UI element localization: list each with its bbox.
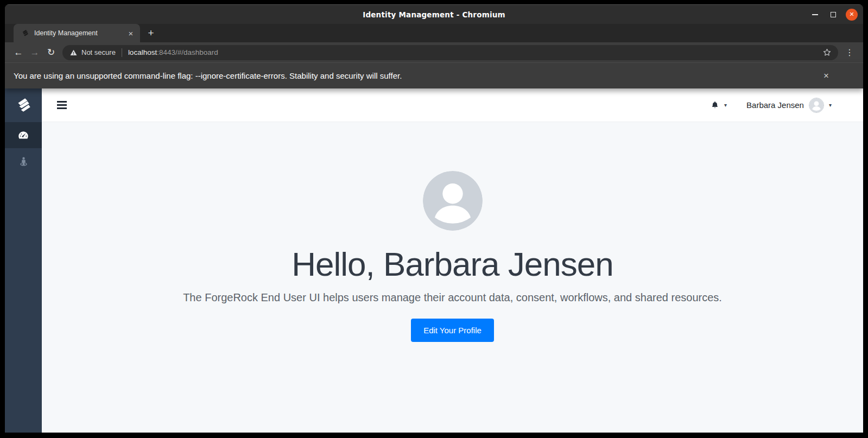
app-navbar: ▾ Barbara Jensen ▾ [42, 88, 863, 122]
avatar-large-icon [423, 171, 483, 231]
user-caret-icon: ▾ [829, 102, 832, 108]
warning-bar: You are using an unsupported command-lin… [5, 62, 863, 88]
bookmark-star-icon[interactable] [822, 48, 832, 57]
url-host: localhost [128, 48, 157, 56]
security-chip[interactable]: Not secure [69, 48, 116, 56]
titlebar: Identity Management - Chromium ✕ [5, 4, 863, 24]
hamburger-menu-icon[interactable] [55, 99, 69, 111]
new-tab-button[interactable]: + [143, 26, 159, 41]
avatar-icon [809, 98, 823, 112]
bell-caret-icon: ▾ [724, 102, 727, 108]
warning-message: You are using an unsupported command-lin… [14, 71, 402, 80]
user-dropdown[interactable]: Barbara Jensen ▾ [746, 98, 832, 113]
sidebar-item-dashboard[interactable] [5, 122, 42, 148]
tab-title: Identity Management [34, 29, 126, 37]
window-controls: ✕ [809, 9, 863, 21]
tachometer-icon [17, 129, 29, 141]
back-icon[interactable]: ← [10, 45, 27, 60]
user-name: Barbara Jensen [746, 100, 804, 110]
notifications-dropdown[interactable]: ▾ [710, 100, 727, 110]
dashboard-description: The ForgeRock End User UI helps users ma… [183, 291, 722, 304]
app-right-column: ▾ Barbara Jensen ▾ [42, 88, 863, 433]
address-bar[interactable]: Not secure localhost:8443/#/dashboard [62, 45, 838, 60]
user-avatar [809, 98, 824, 113]
dashboard-main: Hello, Barbara Jensen The ForgeRock End … [42, 122, 863, 433]
edit-profile-button[interactable]: Edit Your Profile [411, 319, 494, 342]
tab-strip: Identity Management × + [5, 24, 863, 42]
close-icon: ✕ [849, 11, 854, 17]
maximize-icon [831, 12, 836, 17]
window-title: Identity Management - Chromium [5, 10, 863, 19]
browser-toolbar: ← → ↻ Not secure localhost:8443/#/dashbo… [5, 42, 863, 62]
sidebar-item-profile[interactable] [5, 148, 42, 174]
favicon-forgerock-icon [21, 29, 29, 37]
navbar-right: ▾ Barbara Jensen ▾ [710, 98, 832, 113]
sidebar [5, 88, 42, 433]
forward-icon[interactable]: → [27, 45, 43, 60]
browser-menu-icon[interactable]: ⋮ [842, 46, 857, 60]
star-icon [822, 48, 832, 57]
tab-identity-management[interactable]: Identity Management × [14, 24, 140, 42]
security-chip-label: Not secure [81, 48, 116, 56]
reload-icon[interactable]: ↻ [43, 45, 59, 60]
warning-close-icon[interactable]: × [820, 69, 833, 82]
forgerock-logo [5, 88, 42, 122]
warning-triangle-icon [69, 49, 78, 56]
maximize-button[interactable] [827, 9, 839, 21]
profile-avatar [423, 171, 483, 231]
bell-icon [710, 100, 720, 110]
forgerock-logo-icon [14, 96, 33, 115]
url-path: :8443/#/dashboard [157, 48, 218, 56]
app-content: ▾ Barbara Jensen ▾ [5, 88, 863, 433]
close-button[interactable]: ✕ [846, 9, 858, 21]
greeting-heading: Hello, Barbara Jensen [292, 246, 613, 283]
url-text: localhost:8443/#/dashboard [128, 48, 218, 56]
browser-window: Identity Management - Chromium ✕ Identit… [5, 4, 863, 433]
minimize-icon [812, 14, 818, 15]
omnibox-divider [122, 48, 122, 57]
tab-close-icon[interactable]: × [126, 28, 136, 38]
street-view-icon [18, 156, 29, 167]
minimize-button[interactable] [809, 9, 821, 21]
